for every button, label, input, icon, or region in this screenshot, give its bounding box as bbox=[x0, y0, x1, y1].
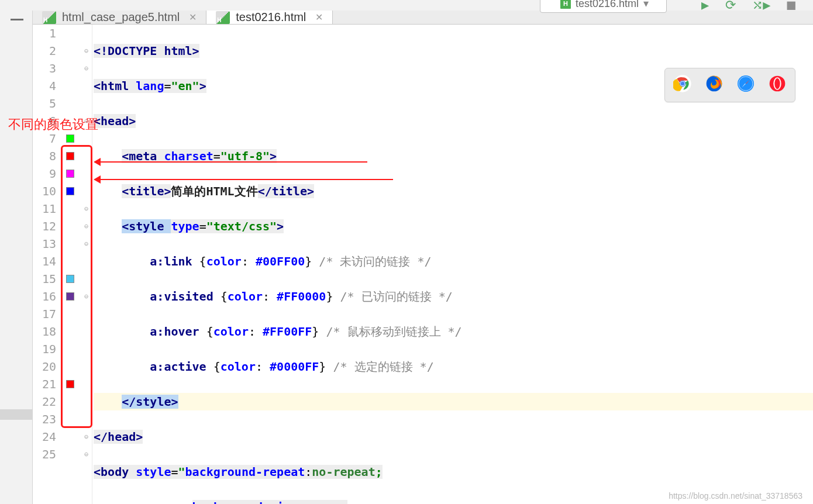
chevron-down-icon: ▾ bbox=[643, 0, 649, 10]
run-actions: ▶ ⟳ ⤭▶ ■ bbox=[701, 0, 795, 13]
close-icon[interactable]: ✕ bbox=[315, 12, 323, 23]
opera-icon[interactable] bbox=[768, 74, 787, 96]
code-area[interactable]: 1234567891011121314151617181920212223242… bbox=[33, 25, 813, 504]
annotation-box bbox=[61, 145, 92, 428]
watermark: https://blog.csdn.net/sinat_33718563 bbox=[669, 491, 802, 500]
fold-icon[interactable]: ⊖ bbox=[81, 42, 92, 60]
editor: H html_case_page5.html ✕ H test0216.html… bbox=[0, 11, 813, 504]
run-config-label: test0216.html bbox=[576, 0, 639, 10]
annotation-arrow bbox=[95, 161, 367, 163]
annotation-label: 不同的颜色设置 bbox=[8, 116, 98, 133]
tool-window-bar bbox=[0, 11, 33, 504]
tab-test0216[interactable]: H test0216.html ✕ bbox=[206, 11, 333, 24]
toolbar: H test0216.html ▾ ▶ ⟳ ⤭▶ ■ bbox=[0, 0, 813, 11]
tab-label: html_case_page5.html bbox=[62, 11, 180, 24]
stop-icon[interactable]: ■ bbox=[787, 0, 795, 13]
firefox-icon[interactable] bbox=[705, 74, 724, 96]
svg-point-2 bbox=[681, 82, 685, 86]
editor-tabs: H html_case_page5.html ✕ H test0216.html… bbox=[33, 11, 813, 25]
browser-preview-panel bbox=[664, 68, 795, 102]
tab-html-case-page5[interactable]: H html_case_page5.html ✕ bbox=[33, 11, 206, 24]
run-coverage-icon[interactable]: ⤭▶ bbox=[752, 0, 770, 12]
debug-icon[interactable]: ⟳ bbox=[725, 0, 736, 12]
minimize-icon[interactable] bbox=[11, 19, 23, 20]
close-icon[interactable]: ✕ bbox=[189, 12, 197, 23]
tab-label: test0216.html bbox=[236, 11, 306, 24]
html-file-icon: H bbox=[216, 11, 230, 24]
annotation-arrow bbox=[95, 179, 393, 180]
fold-icon[interactable]: ⊖ bbox=[81, 428, 92, 446]
collapse-marker bbox=[0, 409, 32, 420]
html-file-icon: H bbox=[42, 11, 56, 24]
run-config-dropdown[interactable]: H test0216.html ▾ bbox=[540, 0, 667, 13]
html-file-icon: H bbox=[560, 0, 571, 9]
fold-icon[interactable]: ⊖ bbox=[81, 446, 92, 463]
line-numbers: 1234567891011121314151617181920212223242… bbox=[33, 25, 60, 504]
fold-icon[interactable]: ⊖ bbox=[81, 60, 92, 77]
color-swatch[interactable] bbox=[66, 134, 74, 143]
safari-icon[interactable] bbox=[736, 74, 755, 96]
run-icon[interactable]: ▶ bbox=[701, 0, 709, 12]
chrome-icon[interactable] bbox=[673, 74, 692, 96]
svg-point-8 bbox=[774, 78, 780, 89]
